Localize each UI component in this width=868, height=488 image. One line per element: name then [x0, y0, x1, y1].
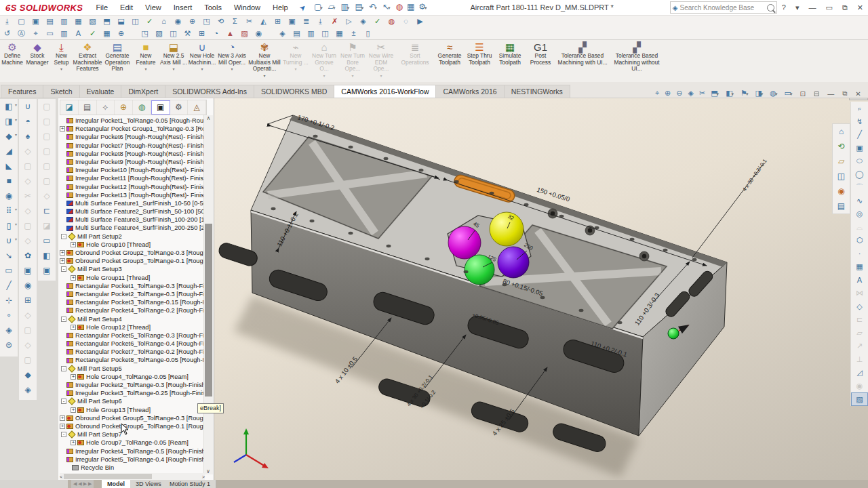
scroll-up-icon[interactable]: ∧ — [207, 115, 211, 121]
command-tab[interactable]: CAMWorks 2016 — [435, 85, 504, 98]
expander-icon[interactable]: - — [61, 399, 66, 404]
toolbar-icon[interactable]: ◔ — [209, 27, 223, 39]
quick-access-icon[interactable]: ▥▾ — [338, 0, 353, 16]
tree-item[interactable]: Irregular Pocket13 [Rough-Rough(Rest)- F… — [60, 191, 203, 199]
tool-icon[interactable]: ■ — [0, 174, 18, 188]
view-toolbar-icon[interactable]: ▭▾ — [781, 89, 795, 98]
menu-item[interactable]: Help — [267, 0, 294, 15]
menu-item[interactable]: View — [139, 0, 167, 15]
toolbar-icon[interactable]: ◫ — [128, 15, 142, 27]
tree-item[interactable]: Irregular Pocket1_TolRange-0.05 [Rough-R… — [60, 117, 203, 125]
sketch-tool-icon[interactable]: ▨ — [851, 392, 868, 406]
tool-icon[interactable]: ◧ — [38, 248, 56, 263]
toolbar-icon[interactable]: A — [71, 27, 85, 39]
toolbar-icon[interactable]: ◈ — [275, 27, 290, 39]
ribbon-button[interactable]: ■ New Feature ▾ — [132, 39, 159, 80]
sketch-tool-icon[interactable]: ▣ — [851, 142, 868, 155]
expander-icon[interactable] — [60, 283, 65, 289]
tool-icon[interactable]: ◆ — [19, 367, 37, 382]
sketch-tool-icon[interactable]: ◇ — [851, 300, 868, 314]
toolbar-icon[interactable]: ⬓ — [114, 15, 128, 27]
expander-icon[interactable] — [60, 217, 65, 222]
tree-item[interactable]: + Hole Group4_TolRange-0.05 [Ream] — [60, 373, 203, 381]
tree-item[interactable]: + Obround Pocket Group5_TolRange-0.3 [Ro… — [60, 414, 203, 422]
quick-access-icon[interactable]: ↖▾ — [380, 0, 393, 16]
task-pane-icon[interactable]: ▱ — [833, 154, 850, 169]
expander-icon[interactable]: - — [61, 234, 66, 239]
sphere-magenta[interactable] — [448, 226, 481, 259]
tool-icon[interactable]: ◇ — [19, 233, 37, 248]
sketch-tool-icon[interactable]: ⋈ — [851, 287, 868, 300]
task-pane-icon[interactable]: ⌂ — [833, 124, 850, 139]
sketch-tool-icon[interactable]: ↯ — [851, 115, 868, 129]
view-toolbar-icon[interactable]: ⊖ — [673, 89, 684, 98]
expander-icon[interactable]: + — [71, 374, 76, 380]
expander-icon[interactable] — [60, 457, 65, 462]
view-toolbar-icon[interactable]: ◨▾ — [751, 89, 766, 98]
tree-item[interactable]: + Hole Group12 [Thread] — [60, 323, 203, 331]
sphere-yellow[interactable] — [490, 212, 524, 246]
tool-icon[interactable]: ⊏ — [38, 203, 56, 218]
toolbar-icon[interactable]: ▦ — [100, 27, 114, 39]
scrollbar-thumb[interactable] — [205, 224, 212, 396]
tool-icon[interactable]: ✿ — [19, 248, 37, 263]
command-tab[interactable]: NESTINGWorks — [504, 85, 570, 98]
quick-access-icon[interactable]: ◍ — [393, 0, 403, 16]
tree-item[interactable]: + Hole Group13 [Thread] — [60, 406, 203, 414]
expander-icon[interactable]: + — [71, 440, 76, 445]
sketch-tool-icon[interactable]: ⊏ — [851, 313, 868, 327]
expander-icon[interactable] — [60, 382, 65, 388]
ribbon-button[interactable]: ⬓ New 2.5 Axis Mill ... ▾ — [159, 39, 188, 80]
tree-vertical-scrollbar[interactable]: ∧ ∨ — [203, 115, 213, 474]
expander-icon[interactable] — [60, 308, 65, 313]
ribbon-button[interactable]: ▞ Tolerance Based Machining with UI... — [555, 39, 610, 80]
toolbar-icon[interactable]: ▣ — [28, 15, 43, 27]
task-pane-icon[interactable]: ◫ — [833, 169, 850, 184]
toolbar-icon[interactable]: ⬒ — [100, 15, 114, 27]
ribbon-button[interactable]: ⚙ Define Machine — [0, 39, 24, 80]
quick-access-icon[interactable]: ▱▾ — [326, 0, 338, 16]
tree-item[interactable]: Rectangular Pocket5_TolRange-0.3 [Rough-… — [60, 331, 203, 340]
toolbar-overflow-icon[interactable]: ▶ — [413, 15, 427, 27]
tree-item[interactable]: Irregular Pocket11 [Rough-Rough(Rest)- F… — [60, 174, 203, 182]
toolbar-icon[interactable]: ◉ — [252, 27, 266, 39]
tool-icon[interactable]: ◧▾ — [0, 99, 18, 114]
ribbon-button[interactable]: ▤ Generate Operation Plan — [102, 39, 132, 80]
tree-item[interactable]: Irregular Pocket7 [Rough-Rough(Rest)- Fi… — [60, 142, 203, 150]
tool-icon[interactable]: ⠿▾ — [0, 203, 18, 218]
command-tab[interactable]: Sketch — [43, 85, 79, 98]
menu-item[interactable]: Tools — [198, 0, 228, 15]
expander-icon[interactable] — [60, 291, 65, 297]
tree-item[interactable]: Irregular Pocket4_TolRange-0.5 [Rough-Fi… — [60, 447, 203, 455]
tool-icon[interactable]: ↘ — [0, 248, 18, 263]
panel-tab[interactable]: ⟡ — [97, 100, 115, 115]
tool-icon[interactable]: ⊞ — [19, 293, 37, 308]
sketch-tool-icon[interactable]: · — [851, 247, 868, 261]
tree-item[interactable]: Rectangular Pocket4_TolRange-0.2 [Rough-… — [60, 306, 203, 314]
expander-icon[interactable]: - — [61, 317, 66, 322]
toolbar-icon[interactable]: ▤ — [43, 15, 57, 27]
ribbon-button[interactable]: ⌂ New Turn Groove O... ▾ — [310, 39, 338, 80]
tool-icon[interactable]: ◓ — [19, 114, 37, 129]
expander-icon[interactable] — [60, 159, 65, 165]
tool-icon[interactable]: ◈ — [0, 323, 18, 338]
toolbar-icon[interactable]: ⟲ — [214, 15, 228, 27]
tree-item[interactable]: - Mill Part Setup3 — [60, 265, 203, 273]
toolbar-icon[interactable]: ▥ — [57, 27, 71, 39]
expander-icon[interactable] — [60, 226, 65, 231]
expander-icon[interactable] — [60, 449, 65, 454]
sheet-nav-buttons[interactable]: ◀ ◀ ▶ ▶ — [71, 480, 94, 488]
tree-item[interactable]: - Mill Part Setup7 — [60, 430, 203, 439]
expander-icon[interactable] — [60, 300, 65, 305]
tree-item[interactable]: Rectangular Pocket1_TolRange-0.3 [Rough-… — [60, 282, 203, 290]
toolbar-icon[interactable]: ◭ — [256, 15, 271, 27]
tool-icon[interactable]: ∪ — [19, 99, 37, 114]
toolbar-icon[interactable]: ▭ — [43, 27, 57, 39]
tree-item[interactable]: Irregular Pocket5_TolRange-0.4 [Rough-Fi… — [60, 455, 203, 464]
ribbon-button[interactable]: ⤓ New Setup ▾ — [50, 39, 73, 80]
tool-icon[interactable]: ▢ — [38, 99, 56, 114]
tool-icon[interactable]: ⊜ — [0, 338, 18, 352]
tree-item[interactable]: + Rectangular Pocket Group1_TolRange-0.3… — [60, 125, 203, 133]
tree-item[interactable]: Multi Surface Feature3_SurfFinish_100-20… — [60, 216, 203, 224]
tool-icon[interactable]: ▢ — [19, 323, 37, 338]
